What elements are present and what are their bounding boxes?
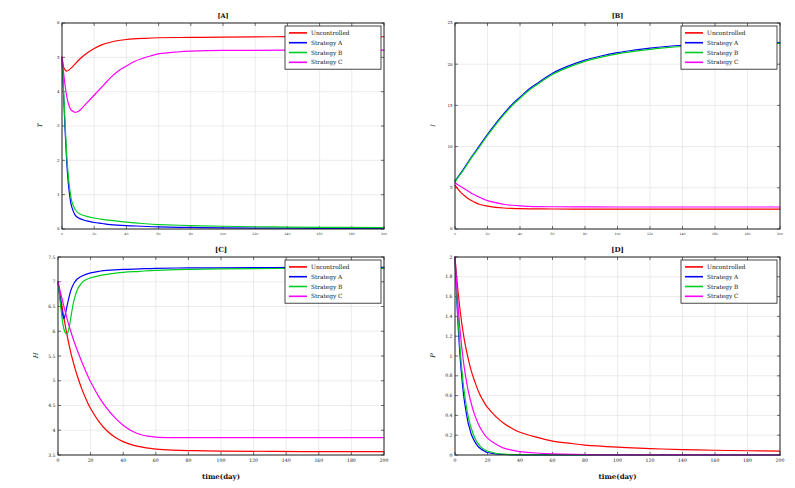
svg-text:80: 80 [583,232,587,236]
legend-label-strategy-b: Strategy B [707,284,738,291]
legend-label-uncontrolled: Uncontrolled [707,264,746,270]
svg-text:120: 120 [249,458,258,463]
chart-title: [B] [612,12,624,20]
svg-text:60: 60 [550,232,554,236]
svg-text:25: 25 [447,20,453,25]
svg-text:6: 6 [53,329,56,334]
svg-text:7: 7 [53,279,56,284]
svg-text:3.5: 3.5 [48,453,55,458]
svg-text:5: 5 [450,185,453,190]
svg-text:40: 40 [517,458,523,463]
svg-text:60: 60 [550,458,556,463]
svg-text:140: 140 [284,232,290,236]
svg-text:0: 0 [450,226,453,231]
svg-text:120: 120 [252,232,258,236]
svg-text:1.6: 1.6 [445,294,452,299]
svg-text:200: 200 [381,232,387,236]
svg-text:100: 100 [613,458,622,463]
legend-label-strategy-a: Strategy A [707,40,739,47]
svg-text:0: 0 [57,226,60,231]
svg-text:80: 80 [185,458,191,463]
svg-text:20: 20 [485,458,491,463]
svg-text:7.5: 7.5 [48,255,55,260]
legend-label-strategy-c: Strategy C [707,59,739,66]
y-tick-labels: 00.20.40.60.811.21.41.61.82 [445,255,452,458]
y-tick-labels: 3.544.555.566.577.5 [48,255,55,458]
svg-text:5: 5 [53,378,56,383]
svg-text:0.8: 0.8 [445,373,452,378]
svg-text:0.2: 0.2 [445,433,452,438]
svg-text:1.8: 1.8 [445,274,452,279]
svg-text:140: 140 [678,458,687,463]
svg-text:180: 180 [349,232,355,236]
svg-text:2: 2 [57,158,60,163]
svg-text:60: 60 [157,232,161,236]
x-axis-label: time(day) [202,472,240,481]
x-tick-labels: 020406080100120140160180200 [454,458,785,463]
legend-label-strategy-a: Strategy A [311,274,343,281]
svg-text:10: 10 [447,144,453,149]
svg-text:20: 20 [447,62,453,67]
svg-text:200: 200 [380,458,389,463]
svg-text:5.5: 5.5 [48,354,55,359]
svg-text:15: 15 [447,103,453,108]
x-tick-labels: 020406080100120140160180200 [454,232,783,236]
panel-d: 00.20.40.60.811.21.41.61.820204060801001… [420,243,788,485]
svg-text:1: 1 [450,354,453,359]
legend-label-strategy-b: Strategy B [311,50,342,57]
svg-text:180: 180 [744,232,750,236]
svg-text:4.5: 4.5 [48,403,55,408]
svg-text:160: 160 [317,232,323,236]
svg-text:0: 0 [454,232,456,236]
svg-text:100: 100 [217,458,226,463]
svg-text:1.2: 1.2 [445,334,452,339]
y-axis-label: P [429,352,437,358]
y-tick-labels: 0123456 [57,20,60,231]
svg-text:180: 180 [347,458,356,463]
svg-text:0: 0 [57,458,60,463]
y-tick-labels: 0510152025 [447,20,453,231]
svg-text:200: 200 [776,458,785,463]
chart-title: [A] [217,12,228,20]
svg-text:20: 20 [485,232,489,236]
panel-a: 0123456020406080100120140160180200[A]TUn… [30,6,392,242]
svg-text:160: 160 [711,458,720,463]
x-tick-labels: 020406080100120140160180200 [57,458,389,463]
legend: UncontrolledStrategy AStrategy BStrategy… [285,260,381,303]
y-axis-label: I [429,123,436,127]
svg-text:6: 6 [57,20,60,25]
legend-label-strategy-a: Strategy A [707,274,739,281]
svg-text:0.6: 0.6 [445,393,452,398]
svg-text:140: 140 [679,232,685,236]
svg-text:0.4: 0.4 [445,413,452,418]
y-axis-label: H [32,352,40,359]
legend-label-strategy-c: Strategy C [707,293,739,300]
svg-text:0: 0 [454,458,457,463]
y-axis-label: T [36,122,43,128]
chart-svg-D: 00.20.40.60.811.21.41.61.820204060801001… [420,243,788,485]
svg-text:80: 80 [582,458,588,463]
svg-text:6.5: 6.5 [48,304,55,309]
legend-label-uncontrolled: Uncontrolled [311,264,350,270]
chart-svg-B: 0510152025020406080100120140160180200[B]… [420,6,788,242]
svg-text:1.4: 1.4 [445,314,452,319]
svg-text:120: 120 [646,458,655,463]
svg-text:160: 160 [712,232,718,236]
svg-text:180: 180 [743,458,752,463]
svg-text:100: 100 [614,232,620,236]
panel-b: 0510152025020406080100120140160180200[B]… [420,6,788,242]
legend-label-strategy-a: Strategy A [311,40,343,47]
chart-title: [D] [611,245,624,254]
legend: UncontrolledStrategy AStrategy BStrategy… [681,260,777,303]
svg-text:0: 0 [61,232,63,236]
legend-label-uncontrolled: Uncontrolled [707,30,746,36]
x-axis-label: time(day) [599,472,637,481]
svg-text:60: 60 [153,458,159,463]
legend-label-strategy-c: Strategy C [311,59,343,66]
svg-text:40: 40 [518,232,522,236]
svg-text:20: 20 [88,458,94,463]
svg-text:200: 200 [777,232,783,236]
x-tick-labels: 020406080100120140160180200 [61,232,387,236]
svg-text:160: 160 [314,458,323,463]
svg-text:40: 40 [120,458,126,463]
